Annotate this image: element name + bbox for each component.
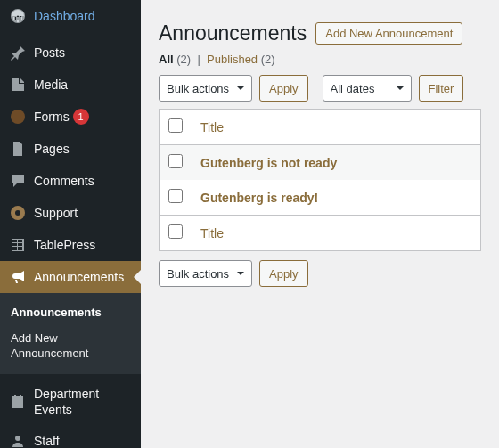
- bulk-actions-select[interactable]: Bulk actions: [159, 75, 252, 102]
- sidebar-item-pages[interactable]: Pages: [0, 133, 141, 165]
- page-title: Announcements: [159, 21, 307, 45]
- row-checkbox[interactable]: [168, 189, 183, 203]
- sidebar-label: Forms: [34, 109, 70, 125]
- sidebar-item-dashboard[interactable]: Dashboard: [0, 0, 141, 32]
- sidebar-label: Department Events: [34, 386, 134, 418]
- pin-icon: [9, 44, 27, 61]
- apply-button[interactable]: Apply: [259, 75, 308, 102]
- page-icon: [9, 140, 27, 158]
- comment-icon: [9, 172, 27, 190]
- megaphone-icon: [9, 268, 27, 286]
- sidebar-label: Media: [34, 77, 68, 93]
- svg-point-1: [11, 110, 25, 124]
- column-footer-title[interactable]: Title: [192, 215, 480, 250]
- column-header-title[interactable]: Title: [192, 110, 480, 145]
- dates-select[interactable]: All dates: [323, 75, 412, 102]
- forms-icon: [9, 108, 27, 126]
- submenu-item-announcements[interactable]: Announcements: [0, 300, 141, 326]
- dashboard-icon: [9, 7, 27, 25]
- table-row: Gutenberg is ready!: [160, 180, 480, 215]
- forms-badge: 1: [73, 109, 89, 125]
- sidebar-item-media[interactable]: Media: [0, 69, 141, 101]
- tablenav-bottom: Bulk actions Apply: [159, 260, 481, 287]
- main-content: Announcements Add New Announcement All (…: [141, 0, 499, 448]
- sidebar-item-support[interactable]: Support: [0, 197, 141, 229]
- filter-all-count: (2): [176, 53, 191, 66]
- sidebar-label: Support: [34, 205, 78, 221]
- sidebar-label: Posts: [34, 45, 65, 61]
- add-new-button[interactable]: Add New Announcement: [315, 22, 462, 45]
- posts-table: Title Gutenberg is not ready Gutenberg i…: [159, 109, 481, 251]
- bulk-actions-select-bottom[interactable]: Bulk actions: [159, 260, 252, 287]
- sidebar-item-comments[interactable]: Comments: [0, 165, 141, 197]
- tablenav-top: Bulk actions Apply All dates Filter: [159, 75, 481, 102]
- row-title-link[interactable]: Gutenberg is ready!: [200, 191, 318, 205]
- table-icon: [9, 236, 27, 254]
- sidebar-item-announcements[interactable]: Announcements: [0, 261, 141, 293]
- sidebar-label: Staff: [34, 433, 60, 448]
- sidebar-label: Pages: [34, 141, 70, 157]
- filter-published-count: (2): [261, 53, 275, 66]
- row-checkbox[interactable]: [168, 154, 183, 168]
- submenu-item-add-new[interactable]: Add New Announcement: [0, 326, 141, 367]
- sidebar-item-tablepress[interactable]: TablePress: [0, 229, 141, 261]
- user-icon: [9, 432, 27, 448]
- status-filter-links: All (2) | Published (2): [159, 53, 481, 66]
- admin-sidebar: Dashboard Posts Media Forms 1 Pages Comm…: [0, 0, 141, 448]
- apply-button-bottom[interactable]: Apply: [259, 260, 308, 287]
- filter-button[interactable]: Filter: [419, 75, 464, 102]
- table-row: Gutenberg is not ready: [160, 145, 480, 180]
- sidebar-item-department-events[interactable]: Department Events: [0, 379, 141, 425]
- sidebar-item-forms[interactable]: Forms 1: [0, 101, 141, 133]
- sidebar-submenu: Announcements Add New Announcement: [0, 293, 141, 374]
- sidebar-label: Dashboard: [34, 8, 95, 24]
- sidebar-label: Comments: [34, 173, 94, 189]
- select-all-checkbox[interactable]: [168, 118, 183, 133]
- filter-all-link[interactable]: All: [159, 53, 174, 66]
- select-all-checkbox-footer[interactable]: [168, 224, 183, 239]
- media-icon: [9, 76, 27, 94]
- sidebar-item-staff[interactable]: Staff: [0, 425, 141, 448]
- calendar-icon: [9, 393, 27, 411]
- sidebar-label: Announcements: [34, 269, 124, 285]
- svg-point-4: [15, 436, 20, 441]
- sidebar-item-posts[interactable]: Posts: [0, 37, 141, 69]
- sidebar-label: TablePress: [34, 237, 95, 253]
- filter-published-link[interactable]: Published: [207, 53, 258, 66]
- row-title-link[interactable]: Gutenberg is not ready: [200, 156, 337, 170]
- support-icon: [9, 204, 27, 222]
- svg-point-3: [15, 210, 20, 216]
